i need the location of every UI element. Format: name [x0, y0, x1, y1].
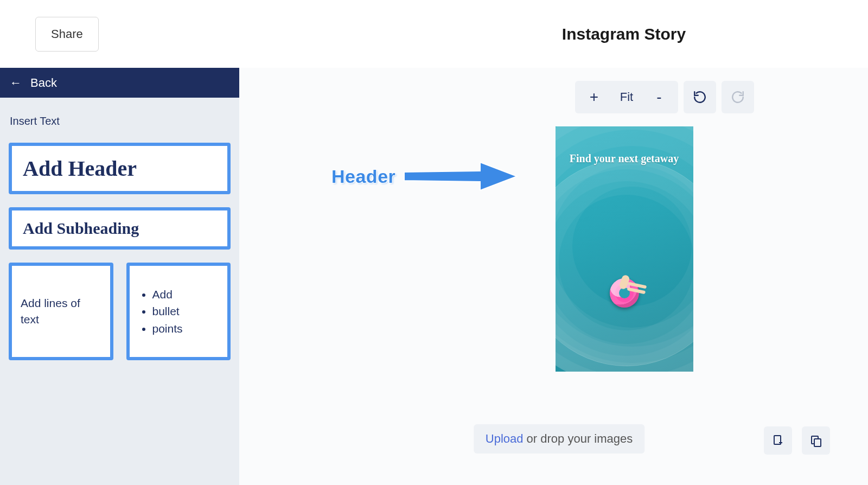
back-label: Back [30, 76, 57, 90]
bullet-item: bullet [152, 303, 183, 320]
add-page-button[interactable] [764, 426, 792, 455]
top-bar: Share Instagram Story [0, 0, 868, 68]
duplicate-page-button[interactable] [802, 426, 830, 455]
sidebar-section-label: Insert Text [10, 115, 231, 127]
bullet-item: points [152, 320, 183, 337]
sidebar-content: Insert Text Add Header Add Subheading Ad… [0, 98, 239, 370]
back-button[interactable]: ← Back [0, 68, 239, 98]
pool-float-graphic [610, 278, 639, 308]
bullet-item: Add [152, 286, 183, 303]
arrow-right-icon [399, 155, 518, 198]
insert-lines-option[interactable]: Add lines of text [9, 263, 113, 360]
undo-icon [693, 90, 707, 104]
canvas-corner-controls [764, 426, 830, 455]
annotation-label: Header [331, 166, 395, 187]
svg-marker-0 [404, 162, 517, 190]
redo-icon [731, 90, 745, 104]
upload-text: or drop your images [523, 432, 633, 445]
undo-button[interactable] [684, 81, 716, 113]
insert-row: Add lines of text Add bullet points [9, 263, 231, 360]
zoom-in-button[interactable]: + [580, 88, 608, 106]
upload-bar[interactable]: Upload or drop your images [474, 424, 644, 454]
document-title-wrap: Instagram Story [244, 25, 868, 43]
redo-button[interactable] [722, 81, 754, 113]
insert-header-label: Add Header [23, 156, 216, 181]
share-button[interactable]: Share [35, 17, 99, 52]
add-page-icon [771, 434, 784, 447]
canvas-preview[interactable]: Find your next getaway [556, 126, 693, 372]
sidebar: ← Back Insert Text Add Header Add Subhea… [0, 68, 239, 485]
insert-subheading-label: Add Subheading [23, 219, 216, 238]
document-title: Instagram Story [562, 25, 686, 43]
canvas-area: + Fit - Find your next getaway Header [239, 68, 868, 485]
zoom-out-button[interactable]: - [646, 88, 673, 106]
zoom-control: + Fit - [575, 81, 678, 113]
insert-bullets-option[interactable]: Add bullet points [126, 263, 231, 360]
insert-bullets-list: Add bullet points [138, 286, 183, 337]
svg-rect-5 [814, 439, 821, 446]
main: ← Back Insert Text Add Header Add Subhea… [0, 68, 868, 485]
duplicate-icon [809, 434, 822, 447]
arrow-left-icon: ← [10, 76, 22, 90]
zoom-level-label[interactable]: Fit [608, 90, 646, 104]
canvas-toolbar: + Fit - [575, 81, 754, 113]
canvas-headline[interactable]: Find your next getaway [556, 151, 693, 166]
insert-lines-label: Add lines of text [21, 295, 101, 328]
insert-header-option[interactable]: Add Header [9, 143, 231, 194]
upload-link[interactable]: Upload [486, 432, 524, 445]
insert-subheading-option[interactable]: Add Subheading [9, 207, 231, 250]
annotation: Header [331, 155, 518, 198]
